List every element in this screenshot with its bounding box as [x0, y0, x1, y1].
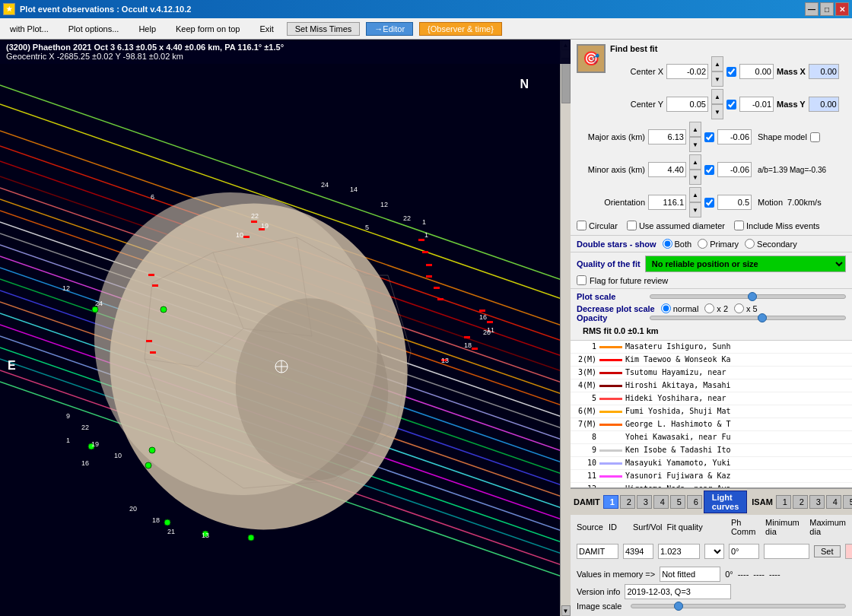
major-axis-check-val[interactable] — [717, 129, 752, 144]
version-info-input[interactable] — [625, 584, 731, 599]
mass-x-input[interactable] — [809, 64, 839, 79]
set-miss-times-button[interactable]: Set Miss Times — [287, 22, 361, 36]
center-x-down[interactable]: ▼ — [711, 71, 723, 87]
normal-radio[interactable] — [661, 303, 671, 313]
main-content: (3200) Phaethon 2021 Oct 3 6.13 ±0.05 x … — [0, 40, 852, 616]
minor-axis-down[interactable]: ▼ — [689, 170, 701, 185]
obs-color-line — [599, 359, 622, 361]
damit-tab-4[interactable]: 4 — [653, 495, 669, 509]
minor-axis-input[interactable] — [648, 162, 686, 177]
image-scale-thumb[interactable] — [674, 602, 683, 611]
obs-name: George L. Hashimoto & T — [625, 419, 730, 430]
find-best-fit-icon[interactable]: 🎯 — [577, 44, 606, 73]
close-button[interactable]: ✕ — [835, 2, 849, 16]
damit-tab-2[interactable]: 2 — [620, 495, 635, 509]
orientation-down[interactable]: ▼ — [689, 202, 701, 218]
primary-radio[interactable] — [698, 239, 707, 249]
menu-plot-options[interactable]: Plot options... — [62, 22, 126, 36]
flag-future-check[interactable] — [577, 275, 587, 285]
obs-color-line — [599, 411, 622, 413]
center-x-check-val[interactable] — [739, 64, 774, 79]
major-axis-check[interactable] — [704, 132, 714, 142]
menu-keep-form-on-top[interactable]: Keep form on top — [169, 22, 246, 36]
opacity-thumb[interactable] — [758, 313, 767, 322]
editor-button[interactable]: →Editor — [366, 22, 413, 36]
center-x-up[interactable]: ▲ — [711, 56, 723, 71]
image-scale-track — [631, 604, 846, 608]
plot-scale-track — [650, 294, 846, 299]
obs-name: Hideki Yoshihara, near — [625, 393, 726, 404]
not-fitted-input[interactable] — [660, 567, 720, 582]
svg-text:12: 12 — [380, 201, 388, 208]
min-dia-input[interactable] — [764, 544, 809, 559]
ph-comm-label: Ph Comm — [731, 518, 761, 536]
damit-tab-5[interactable]: 5 — [670, 495, 685, 509]
center-x-input[interactable] — [666, 64, 708, 79]
x2-radio[interactable] — [704, 303, 714, 313]
minor-axis-check-val[interactable] — [717, 162, 752, 177]
max-dia-input[interactable] — [845, 544, 852, 559]
svg-text:6: 6 — [151, 193, 154, 201]
quality-select[interactable]: No reliable position or size — [645, 256, 846, 272]
source-label: Source — [577, 522, 604, 532]
scroll-thumb[interactable] — [561, 58, 571, 103]
ph-comm-input[interactable] — [729, 544, 759, 559]
isam-tab-2[interactable]: 2 — [793, 495, 808, 509]
id-input[interactable] — [623, 544, 653, 559]
maximize-button[interactable]: □ — [820, 2, 834, 16]
use-assumed-diameter-check[interactable] — [627, 221, 637, 230]
include-miss-events-check[interactable] — [734, 221, 744, 230]
title-text: Plot event observations : Occult v.4.12.… — [20, 5, 191, 14]
major-axis-up[interactable]: ▲ — [689, 122, 701, 137]
minimize-button[interactable]: — — [805, 2, 819, 16]
title-bar-controls[interactable]: — □ ✕ — [805, 2, 849, 16]
light-curves-tab[interactable]: Light curves — [704, 491, 747, 513]
isam-tab-1[interactable]: 1 — [776, 495, 791, 509]
plot-scale-thumb[interactable] — [748, 292, 757, 301]
minor-axis-up[interactable]: ▲ — [689, 154, 701, 170]
shape-model-check[interactable] — [810, 132, 820, 142]
orientation-check[interactable] — [704, 198, 714, 208]
center-y-up[interactable]: ▲ — [711, 89, 723, 104]
fit-quality-select[interactable] — [704, 544, 724, 559]
plot-area: (3200) Phaethon 2021 Oct 3 6.13 ±0.05 x … — [0, 40, 571, 616]
minor-axis-check[interactable] — [704, 165, 714, 175]
damit-tab-6[interactable]: 6 — [687, 495, 702, 509]
observer-time-button[interactable]: {Observer & time} — [419, 22, 502, 36]
menu-with-plot[interactable]: with Plot... — [3, 22, 56, 36]
x5-radio-label: x 5 — [734, 303, 758, 313]
plot-scrollbar[interactable]: ▲ ▼ — [560, 40, 571, 616]
obs-number: 3(M) — [574, 367, 596, 378]
circular-check[interactable] — [577, 221, 587, 230]
mass-y-input[interactable] — [809, 97, 839, 112]
secondary-radio[interactable] — [745, 239, 755, 249]
primary-radio-label: Primary — [698, 239, 739, 249]
menu-help[interactable]: Help — [132, 22, 163, 36]
center-y-down[interactable]: ▼ — [711, 104, 723, 119]
center-y-check[interactable] — [726, 100, 736, 110]
major-axis-down[interactable]: ▼ — [689, 137, 701, 152]
values-in-memory-row: Values in memory => 0° ---- ---- ---- — [577, 567, 846, 582]
both-radio[interactable] — [663, 239, 672, 249]
menu-exit[interactable]: Exit — [253, 22, 280, 36]
orientation-input[interactable] — [648, 195, 686, 210]
x5-radio[interactable] — [734, 303, 744, 313]
title-bar: ★ Plot event observations : Occult v.4.1… — [0, 0, 852, 18]
scroll-down-button[interactable]: ▼ — [561, 605, 571, 616]
damit-tab-1[interactable]: 1 — [603, 495, 618, 509]
isam-tab-4[interactable]: 4 — [826, 495, 841, 509]
orientation-up[interactable]: ▲ — [689, 187, 701, 202]
obs-number: 10 — [574, 458, 596, 468]
isam-tab-5[interactable]: 5 — [843, 495, 852, 509]
isam-tab-3[interactable]: 3 — [809, 495, 825, 509]
major-axis-input[interactable] — [648, 129, 686, 144]
min-dia-set-button[interactable]: Set — [814, 545, 841, 557]
surf-vol-input[interactable] — [658, 544, 700, 559]
orientation-check-val[interactable] — [717, 195, 752, 210]
damit-tab-3[interactable]: 3 — [637, 495, 652, 509]
source-input[interactable] — [577, 544, 618, 559]
center-y-input[interactable] — [666, 97, 708, 112]
center-y-check-val[interactable] — [739, 97, 774, 112]
center-x-check[interactable] — [726, 67, 736, 77]
secondary-radio-label: Secondary — [745, 239, 797, 249]
